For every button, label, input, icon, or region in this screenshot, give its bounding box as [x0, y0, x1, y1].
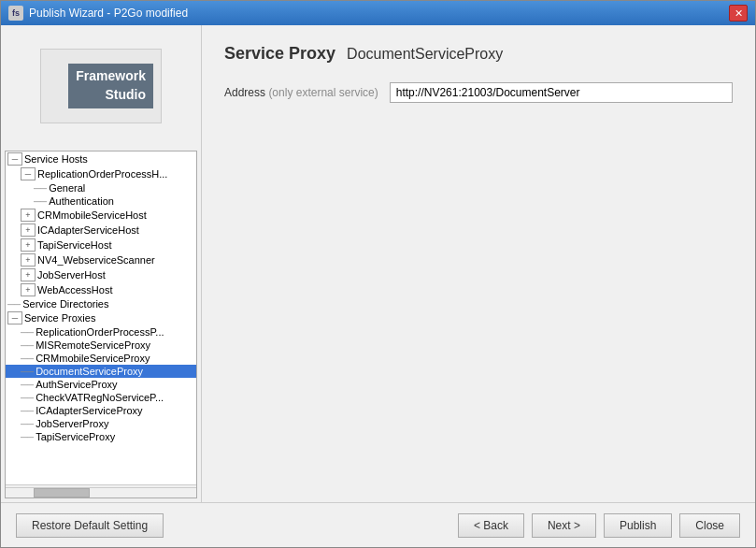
tree-item-service-hosts[interactable]: ─Service Hosts	[6, 151, 196, 166]
tree-label-webaccess: WebAccessHost	[37, 284, 113, 296]
tree-item-auth-proxy[interactable]: ──AuthServiceProxy	[6, 378, 196, 391]
tree-item-replication-proxy[interactable]: ──ReplicationOrderProcessP...	[6, 325, 196, 339]
right-title-row: Service Proxy DocumentServiceProxy	[224, 44, 733, 64]
tree-label-crm-mobile: CRMmobileServiceHost	[37, 209, 147, 221]
restore-default-button[interactable]: Restore Default Setting	[16, 513, 164, 538]
tree-item-tapi[interactable]: +TapiServiceHost	[6, 238, 196, 252]
tree-label-mis-proxy: MISRemoteServiceProxy	[36, 339, 150, 351]
tree-label-tapi-proxy: TapiServiceProxy	[36, 431, 115, 442]
address-field-row: Address (only external service)	[224, 82, 733, 103]
title-bar: fs Publish Wizard - P2Go modified ✕	[1, 1, 755, 25]
tree-expand-service-proxies[interactable]: ─	[7, 311, 22, 324]
tree-scroll[interactable]: ─Service Hosts─ReplicationOrderProcessH.…	[6, 151, 196, 484]
main-window: fs Publish Wizard - P2Go modified ✕ Fram…	[0, 0, 756, 548]
tree-label-jobserver-proxy: JobServerProxy	[36, 418, 108, 429]
address-label: Address (only external service)	[224, 86, 378, 99]
tree-label-authentication: Authentication	[49, 195, 114, 207]
tree-label-replication-order: ReplicationOrderProcessH...	[37, 168, 167, 180]
tree-connector-icadapter-proxy: ──	[21, 406, 34, 416]
tree-item-authentication[interactable]: ──Authentication	[6, 195, 196, 208]
tree-label-icadapter: ICAdapterServiceHost	[37, 224, 139, 236]
tree-label-nv4-webscanner: NV4_WebserviceScanner	[37, 254, 155, 266]
tree-connector-auth-proxy: ──	[21, 380, 34, 390]
logo-inner: Framework Studio	[68, 64, 153, 108]
tree-connector-service-directories: ──	[7, 299, 21, 310]
publish-button[interactable]: Publish	[604, 513, 672, 538]
tree-item-crm-mobile[interactable]: +CRMmobileServiceHost	[6, 208, 196, 223]
title-bar-controls: ✕	[729, 5, 748, 22]
tree-connector-tapi-proxy: ──	[21, 432, 34, 442]
left-panel: Framework Studio ─Service Hosts─Replicat…	[1, 25, 202, 502]
logo-area: Framework Studio	[1, 25, 201, 147]
tree-label-crm-proxy: CRMmobileServiceProxy	[36, 353, 150, 364]
tree-item-replication-order[interactable]: ─ReplicationOrderProcessH...	[6, 166, 196, 181]
tree-item-nv4-webscanner[interactable]: +NV4_WebserviceScanner	[6, 252, 196, 267]
tree-expand-crm-mobile[interactable]: +	[21, 209, 36, 222]
logo-line1: Framework	[76, 67, 146, 86]
back-button[interactable]: < Back	[458, 513, 524, 538]
tree-label-icadapter-proxy: ICAdapterServiceProxy	[36, 405, 142, 416]
logo-box: Framework Studio	[40, 49, 162, 123]
right-panel: Service Proxy DocumentServiceProxy Addre…	[202, 25, 755, 502]
tree-connector-general: ──	[34, 183, 47, 194]
tree-connector-document-proxy: ──	[21, 367, 34, 377]
tree-item-icadapter[interactable]: +ICAdapterServiceHost	[6, 223, 196, 238]
close-window-button[interactable]: ✕	[729, 5, 748, 22]
close-button[interactable]: Close	[679, 513, 740, 538]
tree-item-general[interactable]: ──General	[6, 181, 196, 195]
tree-item-jobserver-proxy[interactable]: ──JobServerProxy	[6, 417, 196, 430]
tree-item-icadapter-proxy[interactable]: ──ICAdapterServiceProxy	[6, 404, 196, 417]
tree-label-replication-proxy: ReplicationOrderProcessP...	[36, 326, 164, 338]
bottom-right: < Back Next > Publish Close	[458, 513, 740, 538]
tree-label-general: General	[49, 182, 85, 194]
tree-connector-authentication: ──	[34, 196, 47, 207]
tree-item-tapi-proxy[interactable]: ──TapiServiceProxy	[6, 430, 196, 443]
logo-line2: Studio	[76, 86, 146, 105]
tree-label-service-directories: Service Directories	[22, 298, 108, 310]
window-title: Publish Wizard - P2Go modified	[29, 7, 188, 20]
tree-item-service-directories[interactable]: ──Service Directories	[6, 297, 196, 310]
tree-label-service-hosts: Service Hosts	[24, 153, 88, 165]
bottom-left: Restore Default Setting	[16, 513, 164, 538]
tree-expand-icadapter[interactable]: +	[21, 224, 36, 237]
tree-expand-jobserver[interactable]: +	[21, 268, 36, 281]
tree-item-checkvat-proxy[interactable]: ──CheckVATRegNoServiceP...	[6, 391, 196, 404]
tree-hscroll[interactable]	[6, 484, 196, 498]
tree-expand-tapi[interactable]: +	[21, 238, 36, 252]
bottom-bar: Restore Default Setting < Back Next > Pu…	[1, 502, 755, 547]
tree-label-document-proxy: DocumentServiceProxy	[36, 366, 143, 377]
tree-label-service-proxies: Service Proxies	[24, 312, 95, 324]
address-input[interactable]	[390, 82, 733, 103]
tree-connector-jobserver-proxy: ──	[21, 419, 34, 429]
next-button[interactable]: Next >	[532, 513, 596, 538]
tree-expand-service-hosts[interactable]: ─	[7, 152, 22, 166]
tree-connector-crm-proxy: ──	[21, 353, 34, 364]
right-title: Service Proxy	[224, 44, 335, 64]
tree-item-service-proxies[interactable]: ─Service Proxies	[6, 310, 196, 325]
tree-label-auth-proxy: AuthServiceProxy	[36, 379, 117, 390]
main-content: Framework Studio ─Service Hosts─Replicat…	[1, 25, 755, 502]
tree-label-tapi: TapiServiceHost	[37, 239, 111, 251]
tree-item-document-proxy[interactable]: ──DocumentServiceProxy	[6, 365, 196, 378]
app-icon: fs	[8, 6, 23, 21]
tree-connector-replication-proxy: ──	[21, 327, 34, 338]
tree-connector-checkvat-proxy: ──	[21, 393, 34, 403]
tree-item-jobserver[interactable]: +JobServerHost	[6, 267, 196, 282]
title-bar-left: fs Publish Wizard - P2Go modified	[8, 6, 188, 21]
tree-expand-webaccess[interactable]: +	[21, 283, 36, 296]
tree-item-webaccess[interactable]: +WebAccessHost	[6, 282, 196, 297]
tree-item-crm-proxy[interactable]: ──CRMmobileServiceProxy	[6, 352, 196, 365]
tree-item-mis-proxy[interactable]: ──MISRemoteServiceProxy	[6, 339, 196, 352]
tree-expand-nv4-webscanner[interactable]: +	[21, 253, 36, 267]
tree-label-jobserver: JobServerHost	[37, 269, 106, 281]
tree-label-checkvat-proxy: CheckVATRegNoServiceP...	[36, 392, 164, 403]
tree-expand-replication-order[interactable]: ─	[21, 167, 36, 180]
tree-connector-mis-proxy: ──	[21, 340, 34, 351]
right-subtitle: DocumentServiceProxy	[347, 46, 503, 63]
tree-area: ─Service Hosts─ReplicationOrderProcessH.…	[5, 151, 197, 498]
